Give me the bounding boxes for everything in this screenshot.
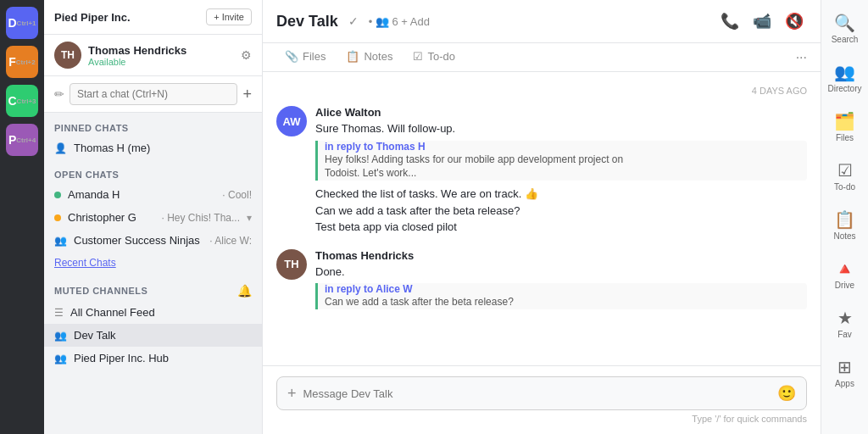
group-icon: 👥	[54, 353, 67, 364]
tab-notes[interactable]: 📋 Notes	[337, 43, 401, 71]
reply-block: in reply to Thomas H Hey folks! Adding t…	[315, 141, 807, 181]
header-actions: + Invite	[206, 8, 252, 25]
tab-notes-label: Notes	[364, 50, 392, 63]
reply-block: in reply to Alice W Can we add a task af…	[315, 283, 807, 309]
nav-item-search[interactable]: 🔍 Search	[823, 4, 867, 52]
gear-icon[interactable]: ⚙	[241, 48, 252, 62]
pinned-chat-name: Thomas H (me)	[74, 142, 252, 154]
channel-name: All Channel Feed	[70, 306, 155, 319]
sidebar: Pied Piper Inc. + Invite TH Thomas Hendr…	[44, 0, 263, 434]
recent-chats-link[interactable]: Recent Chats	[44, 252, 262, 274]
user-status: Available	[88, 57, 234, 67]
todo-icon: ☑	[837, 160, 853, 181]
chat-title: Dev Talk	[276, 13, 338, 31]
online-dot-icon	[54, 192, 61, 198]
more-options-icon[interactable]: ···	[796, 50, 807, 65]
nav-label: Search	[832, 35, 859, 44]
directory-icon: 👥	[834, 62, 855, 82]
phone-icon[interactable]: 📞	[717, 8, 743, 34]
person-icon: 👤	[54, 142, 67, 154]
notes-tab-icon: 📋	[346, 50, 359, 63]
reply-text: Hey folks! Adding tasks for our mobile a…	[325, 153, 807, 181]
company-section: Pied Piper Inc.	[54, 11, 131, 24]
nav-label: Files	[836, 133, 854, 142]
workspace-icon-4[interactable]: PCtrl+4	[6, 124, 38, 156]
date-divider: 4 DAYS AGO	[276, 86, 807, 96]
message-text: Test beta app via closed pilot	[315, 219, 807, 236]
nav-item-apps[interactable]: ⊞ Apps	[823, 348, 867, 396]
workspace-icon-2[interactable]: FCtrl+2	[6, 46, 38, 78]
muted-channels-header: MUTED CHANNELS	[54, 286, 147, 296]
message-content: Alice Walton Sure Thomas. Will follow-up…	[315, 106, 807, 236]
new-chat-bar: ✏ +	[44, 76, 262, 113]
attachment-plus-icon[interactable]: +	[287, 385, 297, 403]
nav-label: Fav	[837, 330, 852, 339]
message-sender: Thomas Hendricks	[315, 249, 807, 262]
chat-name: Christopher G	[68, 211, 155, 224]
channel-name: Pied Piper Inc. Hub	[74, 352, 169, 364]
emoji-icon[interactable]: 🙂	[777, 384, 796, 403]
channel-dev-talk[interactable]: 👥 Dev Talk	[44, 324, 262, 347]
chat-name: Customer Success Ninjas	[74, 234, 203, 247]
new-chat-input[interactable]	[70, 83, 237, 105]
verified-icon: ✓	[348, 14, 359, 28]
nav-item-todo[interactable]: ☑ To-do	[823, 152, 867, 199]
message-group: AW Alice Walton Sure Thomas. Will follow…	[276, 106, 807, 236]
nav-label: To-do	[834, 182, 855, 192]
invite-button[interactable]: + Invite	[206, 8, 252, 25]
new-chat-plus-icon[interactable]: +	[242, 86, 252, 103]
edit-icon: ✏	[54, 87, 64, 101]
channel-name: Dev Talk	[74, 329, 116, 342]
chat-preview: · Cool!	[222, 189, 252, 201]
pinned-item-thomas[interactable]: 👤 Thomas H (me)	[44, 136, 262, 159]
workspace-icon-1[interactable]: DCtrl+1	[6, 7, 38, 39]
message-content: Thomas Hendricks Done. in reply to Alice…	[315, 249, 807, 314]
muted-header-row: MUTED CHANNELS 🔔	[44, 274, 262, 301]
drive-icon: 🔺	[834, 259, 855, 279]
group-icon: 👥	[54, 330, 67, 342]
notes-icon: 📋	[834, 209, 855, 230]
quick-cmd-hint: Type '/' for quick commands	[276, 410, 807, 424]
tab-files[interactable]: 📎 Files	[276, 43, 334, 71]
away-dot-icon	[54, 214, 61, 221]
message-text: Done.	[315, 264, 807, 281]
workspace-icon-3[interactable]: CCtrl+3	[6, 85, 38, 117]
header-actions: 📞 📹 🔇	[717, 8, 807, 34]
group-icon: 👥	[54, 235, 67, 247]
main-chat: Dev Talk ✓ • 👥 6 + Add 📞 📹 🔇 📎 Files 📋 N…	[263, 0, 821, 434]
nav-label: Notes	[833, 231, 855, 241]
pinned-chats-header: PINNED CHATS	[44, 113, 262, 136]
message-sender: Alice Walton	[315, 106, 807, 119]
reply-text: Can we add a task after the beta release…	[325, 295, 807, 309]
nav-item-fav[interactable]: ★ Fav	[823, 299, 867, 347]
channel-all-feed[interactable]: ☰ All Channel Feed	[44, 301, 262, 324]
video-icon[interactable]: 📹	[749, 8, 775, 34]
reply-author: in reply to Alice W	[325, 283, 807, 295]
channel-pied-piper-hub[interactable]: 👥 Pied Piper Inc. Hub	[44, 347, 262, 370]
chat-item-amanda[interactable]: Amanda H · Cool!	[44, 183, 262, 206]
right-nav: 🔍 Search 👥 Directory 🗂️ Files ☑ To-do 📋 …	[821, 0, 868, 434]
nav-item-files[interactable]: 🗂️ Files	[823, 103, 867, 150]
chat-preview: · Hey Chis! Tha...	[162, 212, 240, 224]
files-tab-icon: 📎	[285, 50, 298, 63]
nav-item-notes[interactable]: 📋 Notes	[823, 201, 867, 248]
tab-todo[interactable]: ☑ To-do	[404, 43, 464, 71]
open-chats-header: OPEN CHATS	[44, 159, 262, 183]
chat-item-christopher[interactable]: Christopher G · Hey Chis! Tha... ▾	[44, 206, 262, 229]
search-icon: 🔍	[834, 13, 855, 33]
message-text: Sure Thomas. Will follow-up.	[315, 120, 807, 137]
message-group: TH Thomas Hendricks Done. in reply to Al…	[276, 249, 807, 314]
nav-item-drive[interactable]: 🔺 Drive	[823, 250, 867, 298]
muted-bell-icon[interactable]: 🔔	[237, 284, 252, 298]
chat-tabs: 📎 Files 📋 Notes ☑ To-do ···	[263, 43, 821, 72]
list-icon: ☰	[54, 307, 64, 319]
tab-files-label: Files	[303, 50, 326, 63]
tab-todo-label: To-do	[427, 50, 455, 63]
nav-item-directory[interactable]: 👥 Directory	[823, 53, 867, 101]
avatar: AW	[276, 106, 307, 136]
mute-icon[interactable]: 🔇	[782, 8, 807, 34]
nav-label: Directory	[827, 84, 861, 93]
message-input[interactable]	[303, 387, 771, 400]
message-text: Can we add a task after the beta release…	[315, 203, 807, 220]
chat-item-customer-success[interactable]: 👥 Customer Success Ninjas · Alice W:	[44, 229, 262, 252]
